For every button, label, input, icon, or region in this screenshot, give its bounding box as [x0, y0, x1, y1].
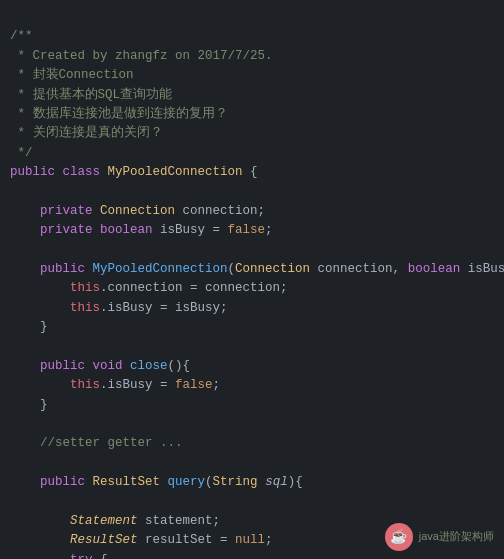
watermark: ☕ java进阶架构师	[385, 523, 494, 551]
watermark-icon-letter: ☕	[390, 526, 407, 548]
code-block: /** * Created by zhangfz on 2017/7/25. *…	[0, 0, 504, 559]
watermark-text: java进阶架构师	[419, 528, 494, 545]
watermark-icon: ☕	[385, 523, 413, 551]
